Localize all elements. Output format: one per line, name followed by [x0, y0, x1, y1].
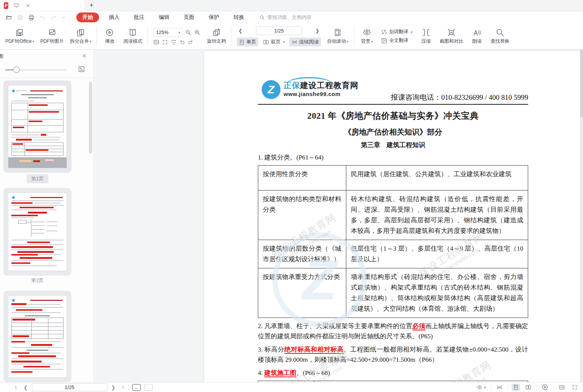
document-canvas: Z 建设工程教育网 www.jianshe99.com 建设工程教育网 www.…	[94, 50, 583, 382]
full-translate-icon	[381, 38, 388, 44]
page-1-label: 第1页	[0, 174, 75, 183]
find-replace-button[interactable]: 查找替换	[488, 27, 513, 46]
classification-table: 按使用性质分类 民用建筑（居住建筑、公共建筑）、工业建筑和农业建筑 按建筑物的结…	[258, 165, 528, 318]
zoom-select[interactable]: 125% ▾	[153, 28, 183, 37]
status-page-nav: ❮ ❯ ← →	[14, 383, 153, 391]
table-row: 按建筑物的层数分类（《城市居住区规划设计标准》） 低层住宅（1～3 层）、多层住…	[258, 240, 528, 268]
fit-page-button[interactable]	[570, 384, 579, 391]
full-translate-button[interactable]: 全文翻译	[381, 37, 413, 44]
first-page-icon[interactable]	[14, 385, 20, 390]
read-aloud-button[interactable]: 朗读	[467, 27, 488, 46]
vertical-scrollbar-thumb[interactable]	[580, 50, 583, 118]
next-page-icon[interactable]: ❯	[314, 28, 321, 34]
menu-annotate[interactable]: 批注	[129, 13, 149, 22]
tab-screen-icon[interactable]	[14, 3, 19, 8]
menu-home[interactable]: 开始	[76, 12, 99, 22]
actual-size-icon[interactable]	[153, 39, 160, 45]
background-eye-icon	[362, 28, 372, 37]
redo-icon[interactable]	[50, 15, 57, 20]
status-page-input[interactable]	[32, 383, 107, 391]
prev-page-icon[interactable]: ❮	[237, 28, 244, 34]
brand-logo: Z 正保建设工程教育网 www.jianshe99.com	[262, 80, 358, 99]
sidebar-scrollbar[interactable]	[89, 82, 92, 153]
menu-convert[interactable]: 转换	[229, 13, 249, 22]
quick-access-toolbar	[0, 14, 70, 21]
read-mode-label: 阅读模式	[123, 38, 142, 45]
vertical-scrollbar[interactable]	[580, 50, 583, 382]
search-icon	[259, 15, 265, 20]
table-row: 按建筑物承重受力方式分类 墙承重结构形式（砖混结构的住宅、办公楼、宿舍，剪力墙式…	[258, 268, 528, 318]
thumbnail-view-icon[interactable]	[78, 66, 85, 73]
panel-close-icon[interactable]: ✕	[82, 53, 87, 59]
compress-label: 压缩	[422, 38, 431, 45]
pdf-page-1: Z 建设工程教育网 www.jianshe99.com 建设工程教育网 www.…	[204, 51, 580, 382]
word-translate-button[interactable]: 划词翻译▾	[381, 29, 413, 35]
open-file-icon[interactable]	[5, 14, 12, 21]
zoom-out-icon[interactable]	[185, 29, 192, 36]
double-page-toggle[interactable]: 双页▾	[260, 37, 287, 46]
view-forward-button[interactable]: →	[144, 384, 153, 391]
background-button[interactable]: 背景▾	[357, 27, 378, 46]
compress-button[interactable]: 压缩	[416, 27, 437, 46]
highlight-term: 绝对标高和相对标高	[284, 346, 344, 354]
actual-size-button[interactable]	[557, 384, 567, 391]
rotate-left-icon[interactable]	[179, 39, 185, 45]
fit-page-icon	[572, 384, 578, 390]
double-page-view-button[interactable]	[524, 384, 533, 391]
split-merge-button[interactable]: 拆分合并▾	[67, 27, 95, 46]
menu-protect[interactable]: 保护	[204, 13, 224, 22]
single-page-view-button[interactable]	[512, 384, 520, 391]
pdf-to-image-button[interactable]: PDF转图片	[37, 27, 67, 46]
translate-group: 划词翻译▾ 全文翻译	[378, 29, 416, 44]
slider-handle[interactable]	[13, 67, 20, 73]
play-icon	[105, 28, 114, 37]
continuous-view-button[interactable]	[495, 384, 504, 391]
single-page-icon	[239, 39, 245, 45]
rotate-right-icon[interactable]	[188, 39, 194, 45]
document-subtitle: 《房地产估价相关知识》部分	[258, 127, 528, 137]
background-label: 背景▾	[361, 38, 373, 45]
more-commands-icon[interactable]	[61, 15, 66, 19]
page-2-label: 第2页	[0, 277, 75, 284]
print-icon[interactable]	[28, 14, 35, 21]
play-label: 播放	[105, 38, 115, 45]
page-number-input[interactable]	[256, 26, 302, 35]
document-tab[interactable]: P 2021年《房地...冲关宝典.pdf ✕	[0, 0, 85, 11]
zoom-in-icon[interactable]	[194, 29, 201, 36]
list-item-4: 4. 建筑施工图。(P66～68)	[258, 368, 528, 378]
undo-icon[interactable]	[39, 15, 46, 20]
menu-page[interactable]: 页面	[179, 13, 199, 22]
fit-width-icon[interactable]	[162, 39, 168, 45]
page-3-thumbnail[interactable]	[3, 291, 71, 382]
play-button[interactable]: 播放	[99, 27, 120, 46]
fit-page-icon[interactable]	[171, 39, 177, 45]
prev-page-icon[interactable]: ❮	[23, 384, 28, 390]
page-view-group: ❮ ❯ 单页 双页▾ 连续阅读	[234, 26, 324, 46]
pdf-to-office-button[interactable]: PDF转Office▾	[2, 27, 37, 46]
search-box[interactable]: 查找功能、文档内容	[259, 14, 312, 21]
read-mode-button[interactable]: 阅读模式	[120, 27, 145, 46]
menu-edit[interactable]: 编辑	[154, 13, 174, 22]
play-view-button[interactable]	[540, 383, 550, 391]
page-2-thumbnail[interactable]	[3, 188, 71, 276]
rotate-document-button[interactable]: 旋转文档	[204, 27, 229, 46]
thumbnail-panel-header: 缩略图 ✕	[0, 50, 93, 63]
background-eye-button[interactable]: ▾	[474, 384, 487, 391]
continuous-toggle[interactable]: 连续阅读	[289, 37, 321, 46]
page-1-thumbnail[interactable]	[3, 81, 71, 173]
auto-scroll-button[interactable]: 自动滚动▾	[324, 27, 352, 46]
last-page-icon[interactable]	[119, 385, 124, 390]
status-view-controls: ▾	[474, 383, 579, 391]
thumbnail-panel-title: 缩略图	[0, 53, 9, 60]
new-tab-button[interactable]: +	[85, 0, 98, 11]
view-back-button[interactable]: ←	[132, 384, 141, 391]
screenshot-compare-button[interactable]: 截图和对比	[437, 27, 467, 46]
save-icon[interactable]	[17, 14, 23, 20]
next-page-icon[interactable]: ❯	[111, 384, 116, 390]
tab-close-icon[interactable]: ✕	[22, 3, 81, 9]
thumbnail-size-controls	[0, 63, 93, 76]
screenshot-compare-icon	[447, 28, 456, 37]
pdf-to-office-label: PDF转Office▾	[5, 38, 34, 45]
single-page-toggle[interactable]: 单页	[237, 37, 258, 46]
menu-insert[interactable]: 插入	[104, 13, 124, 22]
